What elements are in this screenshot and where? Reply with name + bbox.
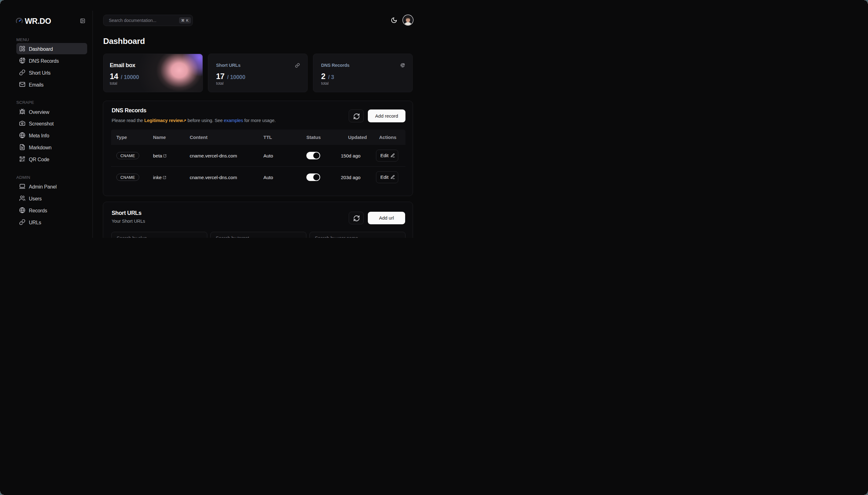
- column-header-updated: Updated: [348, 130, 367, 145]
- record-name[interactable]: beta: [153, 153, 167, 158]
- card-title: Short URLs: [216, 63, 241, 68]
- laptop-icon: [19, 183, 25, 189]
- sidebar-item-users[interactable]: Users: [16, 193, 87, 204]
- record-content: cname.vercel-dns.com: [190, 174, 237, 180]
- search-by-target-input[interactable]: Search by target...: [210, 232, 306, 238]
- sidebar-item-qr-code[interactable]: QR Code: [16, 153, 87, 165]
- mail-icon: [19, 81, 25, 87]
- record-ttl: Auto: [263, 174, 273, 180]
- link-icon: [19, 69, 25, 75]
- record-name[interactable]: inke: [153, 174, 166, 180]
- add-url-button[interactable]: Add url: [368, 212, 405, 224]
- sidebar-item-emails[interactable]: Emails: [16, 79, 87, 90]
- sidebar-item-dashboard[interactable]: Dashboard: [16, 43, 87, 54]
- search-input[interactable]: Search documentation... ⌘ K: [103, 15, 193, 26]
- sidebar-item-urls[interactable]: URLs: [16, 217, 87, 228]
- logo-text[interactable]: WR.DO: [25, 17, 51, 25]
- sidebar-item-screenshot[interactable]: Screenshot: [16, 118, 87, 129]
- stat-card-short-urls: Short URLs 17/ 10000 total: [208, 54, 308, 92]
- globe-lock-icon: [400, 63, 405, 67]
- sidebar-item-admin-panel[interactable]: Admin Panel: [16, 181, 87, 192]
- record-content: cname.vercel-dns.com: [190, 153, 237, 158]
- sidebar-item-label: Records: [29, 205, 47, 217]
- sidebar-item-records[interactable]: Records: [16, 205, 87, 216]
- search-by-slug-input[interactable]: Search by slug...: [111, 232, 207, 238]
- examples-link[interactable]: examples: [224, 118, 243, 123]
- record-type-badge: CNAME: [116, 173, 139, 181]
- panel-title: Short URLs: [111, 210, 141, 216]
- column-header-name: Name: [153, 130, 166, 145]
- pen-line-icon: [390, 153, 395, 158]
- link-icon: [19, 219, 25, 225]
- sidebar-item-label: Emails: [29, 79, 44, 91]
- sidebar-item-label: Short Urls: [29, 67, 51, 79]
- card-caption: total: [216, 81, 224, 86]
- window-corner-highlight: [0, 0, 4, 4]
- file-text-icon: [19, 144, 25, 150]
- refresh-button[interactable]: [349, 109, 364, 122]
- table-row: CNAME beta cname.vercel-dns.com Auto 150…: [111, 145, 405, 166]
- column-header-actions: Actions: [379, 130, 396, 145]
- panel-subtitle: Please read the Legitimacy review↗ befor…: [111, 118, 276, 124]
- sidebar-item-label: URLs: [29, 217, 41, 228]
- stat-card-email-box: Email box 14/ 10000 total: [103, 54, 203, 92]
- status-toggle[interactable]: [306, 152, 320, 159]
- nav-section-label-menu: MENU: [16, 37, 29, 42]
- panel-subtitle: Your Short URLs: [111, 218, 145, 224]
- globe-icon: [19, 207, 25, 213]
- layout-panel-left-icon: [19, 46, 25, 52]
- card-title: DNS Records: [321, 63, 349, 68]
- record-ttl: Auto: [263, 153, 273, 158]
- square-arrow-out-up-right-icon: [163, 154, 167, 158]
- table-row: CNAME inke cname.vercel-dns.com Auto 203…: [111, 166, 405, 188]
- sidebar-item-dns-records[interactable]: DNS Records: [16, 55, 87, 66]
- status-toggle[interactable]: [306, 173, 320, 181]
- moon-icon[interactable]: [391, 17, 397, 23]
- sidebar-item-label: Overview: [29, 107, 49, 118]
- add-record-button[interactable]: Add record: [368, 109, 405, 122]
- nav-section-label-admin: ADMIN: [16, 175, 31, 180]
- app-viewport: WR.DO MENU Dashboard: [0, 11, 434, 238]
- sidebar-item-short-urls[interactable]: Short Urls: [16, 67, 87, 78]
- card-value: 2: [321, 72, 325, 81]
- record-type-badge: CNAME: [116, 152, 139, 159]
- card-value: 17: [216, 72, 224, 81]
- card-value-row: 17/ 10000: [216, 72, 245, 81]
- sidebar-item-meta-info[interactable]: Meta Info: [16, 130, 87, 141]
- card-caption: total: [110, 81, 117, 86]
- sidebar-item-label: Markdown: [29, 142, 51, 153]
- card-denominator: / 10000: [227, 74, 245, 80]
- edit-button[interactable]: Edit: [376, 150, 398, 161]
- sidebar-item-label: DNS Records: [29, 55, 59, 67]
- panel-left-close-icon[interactable]: [80, 18, 85, 23]
- stat-card-dns-records: DNS Records 2/ 3 total: [313, 54, 413, 92]
- search-by-user-name-input[interactable]: Search by user name...: [310, 232, 405, 238]
- search-placeholder: Search documentation...: [109, 15, 156, 26]
- card-caption: total: [321, 81, 329, 86]
- card-value-row: 14/ 10000: [110, 72, 139, 81]
- legitimacy-review-link[interactable]: Legitimacy review↗: [144, 118, 186, 123]
- sidebar-item-markdown[interactable]: Markdown: [16, 141, 87, 153]
- column-header-type: Type: [116, 130, 127, 145]
- refresh-button[interactable]: [349, 212, 364, 224]
- record-updated: 203d ago: [341, 174, 361, 180]
- arrow-up-right-icon: ↗: [183, 118, 186, 123]
- sidebar-item-label: QR Code: [29, 154, 49, 165]
- globe-lock-icon: [19, 57, 25, 64]
- dns-records-panel: DNS Records Please read the Legitimacy r…: [103, 101, 413, 196]
- short-urls-panel: Short URLs Your Short URLs Add url Searc…: [103, 202, 413, 238]
- panel-title: DNS Records: [111, 107, 146, 114]
- users-icon: [19, 195, 25, 201]
- qr-code-icon: [19, 156, 25, 162]
- card-denominator: / 10000: [121, 74, 139, 80]
- avatar[interactable]: [403, 15, 413, 25]
- sidebar-item-label: Users: [29, 193, 42, 205]
- edit-button[interactable]: Edit: [376, 171, 398, 183]
- sidebar-item-label: Admin Panel: [29, 181, 57, 193]
- card-title: Email box: [110, 63, 135, 68]
- sidebar-item-label: Dashboard: [29, 44, 53, 55]
- card-denominator: / 3: [328, 74, 334, 80]
- square-arrow-out-up-right-icon: [163, 176, 166, 179]
- card-value-row: 2/ 3: [321, 72, 334, 81]
- sidebar-item-overview[interactable]: Overview: [16, 106, 87, 117]
